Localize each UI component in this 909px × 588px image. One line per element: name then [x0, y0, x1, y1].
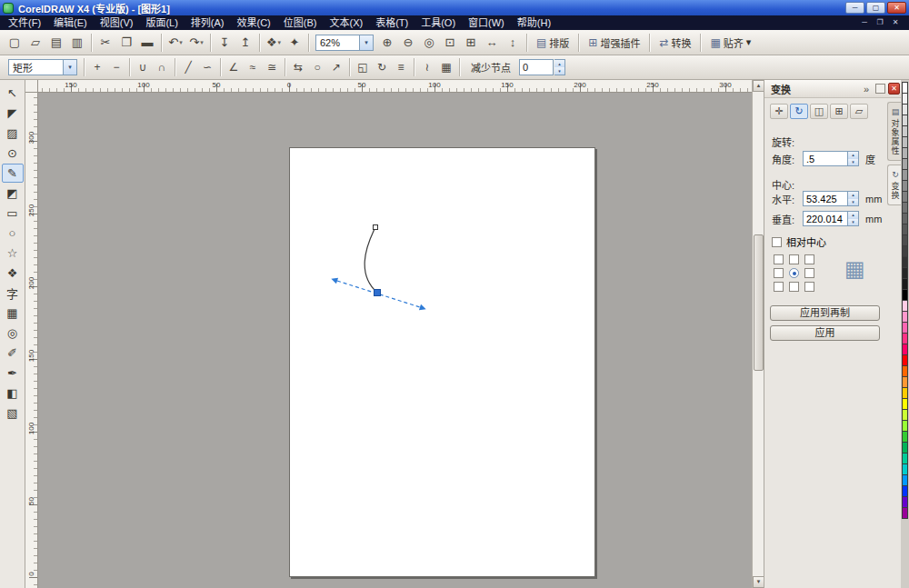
- menu-bitmaps[interactable]: 位图(B): [277, 15, 324, 30]
- handle-arrow-start-icon[interactable]: [330, 276, 338, 284]
- palette-swatch[interactable]: [902, 507, 908, 519]
- anchor-bottom-center[interactable]: [789, 282, 799, 292]
- vertical-spinner[interactable]: ▴ ▾: [848, 211, 859, 226]
- zoom-to-page-button[interactable]: ⊞: [461, 33, 481, 53]
- stretch-nodes-button[interactable]: ◱: [354, 58, 372, 76]
- convert-button[interactable]: ⇄转换: [654, 33, 696, 53]
- interactive-fill-tool[interactable]: ▧: [2, 404, 24, 423]
- curve-path[interactable]: [365, 227, 377, 293]
- position-tab[interactable]: ✛: [770, 104, 788, 119]
- shape-tool[interactable]: ◤: [2, 104, 24, 123]
- elastic-mode-button[interactable]: ≀: [418, 58, 436, 76]
- spin-down-icon[interactable]: ▾: [848, 219, 858, 226]
- size-tab[interactable]: ⊞: [830, 104, 848, 119]
- mdi-minimize-button[interactable]: ─: [858, 16, 871, 29]
- zoom-to-all-objects-button[interactable]: ⊡: [440, 33, 460, 53]
- handle-arrow-end-icon[interactable]: [419, 304, 427, 313]
- menu-effects[interactable]: 效果(C): [231, 15, 277, 30]
- scale-mirror-tab[interactable]: ◫: [810, 104, 828, 119]
- vertical-scrollbar[interactable]: ▲ ▼: [752, 80, 764, 588]
- spin-up-icon[interactable]: ▴: [848, 192, 858, 199]
- preset-combo[interactable]: 矩形 ▾: [8, 59, 77, 75]
- anchor-middle-right[interactable]: [804, 268, 814, 278]
- angle-input[interactable]: [803, 151, 848, 166]
- break-curve-button[interactable]: ∩: [153, 58, 171, 76]
- canvas[interactable]: [38, 93, 752, 588]
- ruler-origin-button[interactable]: [25, 80, 38, 93]
- extract-subpath-button[interactable]: ↗: [327, 58, 345, 76]
- welcome-screen-button[interactable]: ✦: [285, 33, 305, 53]
- angle-spinner[interactable]: ▴ ▾: [848, 151, 859, 166]
- symmetrical-node-button[interactable]: ≅: [263, 58, 281, 76]
- mdi-close-button[interactable]: ✕: [889, 16, 902, 29]
- freehand-tool[interactable]: ✎: [2, 164, 24, 183]
- spin-down-icon[interactable]: ▾: [848, 159, 858, 166]
- menu-arrange[interactable]: 排列(A): [185, 15, 231, 30]
- relative-center-checkbox[interactable]: [772, 237, 782, 247]
- zoom-out-button[interactable]: ⊖: [398, 33, 418, 53]
- spin-up-icon[interactable]: ▴: [848, 212, 858, 219]
- menu-text[interactable]: 文本(X): [323, 15, 369, 30]
- anchor-middle-left[interactable]: [774, 268, 784, 278]
- enhanced-plugins-button[interactable]: ⊞增强插件: [583, 33, 645, 53]
- menu-help[interactable]: 帮助(H): [511, 15, 557, 30]
- ellipse-tool[interactable]: ○: [2, 224, 24, 243]
- add-node-button[interactable]: +: [88, 58, 106, 76]
- anchor-bottom-right[interactable]: [804, 282, 814, 292]
- smooth-node-button[interactable]: ≈: [244, 58, 262, 76]
- layout-button[interactable]: ▤排版: [531, 33, 574, 53]
- paste-button[interactable]: ▬: [137, 33, 157, 53]
- selected-node[interactable]: [375, 290, 381, 296]
- zoom-combo-caret-icon[interactable]: ▾: [359, 35, 373, 50]
- application-launcher-button[interactable]: ❖▾: [264, 33, 284, 53]
- smart-fill-tool[interactable]: ◩: [2, 184, 24, 203]
- pick-tool[interactable]: ↖: [2, 84, 24, 103]
- table-tool[interactable]: ▦: [2, 304, 24, 323]
- spin-down-icon[interactable]: ▾: [554, 67, 564, 75]
- undo-button[interactable]: ↶▾: [165, 33, 185, 53]
- zoom-tool[interactable]: ⊙: [2, 144, 24, 163]
- zoom-to-page-width-button[interactable]: ↔: [482, 33, 502, 53]
- apply-to-duplicate-button[interactable]: 应用到再制: [770, 305, 880, 321]
- join-two-nodes-button[interactable]: ∪: [134, 58, 152, 76]
- docker-float-button[interactable]: [875, 84, 885, 94]
- redo-button[interactable]: ↷▾: [186, 33, 206, 53]
- save-document-button[interactable]: ▤: [46, 33, 66, 53]
- text-tool[interactable]: 字: [2, 284, 24, 303]
- new-document-button[interactable]: ▢: [5, 33, 25, 53]
- spin-down-icon[interactable]: ▾: [848, 199, 858, 206]
- zoom-to-page-height-button[interactable]: ↕: [503, 33, 523, 53]
- align-nodes-button[interactable]: ≡: [392, 58, 410, 76]
- anchor-center[interactable]: [789, 268, 799, 278]
- cut-button[interactable]: ✂: [95, 33, 115, 53]
- cusp-node-button[interactable]: ∠: [225, 58, 243, 76]
- close-curve-button[interactable]: ○: [308, 58, 326, 76]
- spin-up-icon[interactable]: ▴: [848, 152, 858, 159]
- menu-file[interactable]: 文件(F): [2, 15, 47, 30]
- mdi-restore-button[interactable]: ❐: [874, 16, 886, 29]
- polygon-tool[interactable]: ☆: [2, 244, 24, 263]
- import-button[interactable]: ↧: [215, 33, 235, 53]
- close-button[interactable]: ✕: [887, 2, 906, 14]
- anchor-top-right[interactable]: [804, 254, 814, 264]
- eyedropper-tool[interactable]: ✐: [2, 344, 24, 363]
- snap-to-button[interactable]: ▦贴齐▾: [704, 33, 756, 53]
- anchor-top-center[interactable]: [789, 254, 799, 264]
- interactive-blend-tool[interactable]: ◎: [2, 324, 24, 343]
- zoom-in-button[interactable]: ⊕: [377, 33, 397, 53]
- menu-edit[interactable]: 编辑(E): [47, 15, 94, 30]
- open-document-button[interactable]: ▱: [25, 33, 45, 53]
- spin-up-icon[interactable]: ▴: [554, 60, 564, 67]
- horizontal-ruler[interactable]: 15010050050100150200250300: [38, 80, 752, 93]
- zoom-to-selected-button[interactable]: ◎: [419, 33, 439, 53]
- node-count-spinner[interactable]: ▴ ▾: [554, 59, 565, 75]
- menu-layout[interactable]: 版面(L): [139, 15, 184, 30]
- anchor-top-left[interactable]: [774, 254, 784, 264]
- reverse-direction-button[interactable]: ⇆: [289, 58, 307, 76]
- crop-tool[interactable]: ▨: [2, 124, 24, 143]
- node-count-input[interactable]: [519, 59, 554, 75]
- preset-combo-caret-icon[interactable]: ▾: [63, 60, 76, 75]
- menu-table[interactable]: 表格(T): [369, 15, 415, 30]
- maximize-button[interactable]: ▢: [866, 2, 885, 14]
- rotate-skew-nodes-button[interactable]: ↻: [373, 58, 391, 76]
